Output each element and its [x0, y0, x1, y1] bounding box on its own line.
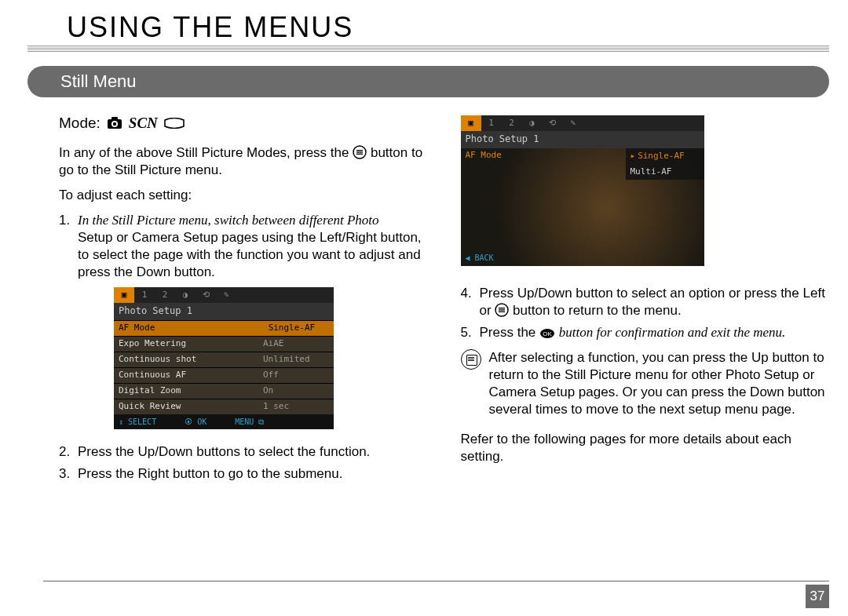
- lcd2-submenu: ▸Single-AFMulti-AF: [626, 148, 704, 180]
- lcd1-tab-camera-icon: ▣: [114, 287, 134, 303]
- mode-label: Mode:: [59, 114, 101, 133]
- lcd2-title: Photo Setup 1: [461, 131, 704, 148]
- footer-rule: [43, 581, 829, 581]
- ok-button-icon: OK: [539, 328, 555, 339]
- lcd1-row: AF Mode▸Single-AF: [114, 320, 334, 336]
- lcd1-row: Expo MeteringAiAE: [114, 336, 334, 352]
- lcd2-body: AF Mode ▸Single-AFMulti-AF ◀ BACK: [461, 148, 704, 266]
- svg-rect-6: [356, 151, 363, 152]
- adjust-intro: To adjust each setting:: [59, 187, 428, 204]
- content-columns: Mode: SCN In any of the above Still Pict…: [59, 114, 829, 569]
- step-3-num: 3.: [59, 465, 78, 483]
- subheader-wrap: Still Menu: [27, 66, 829, 97]
- lcd-screenshot-1: ▣ 1 2 ◑ ⟲ ✎ Photo Setup 1 AF Mode▸Single…: [114, 287, 334, 429]
- step-1-num: 1.: [59, 212, 78, 281]
- lcd1-foot-menu: MENU ⧉: [235, 417, 264, 427]
- step-1: 1. In the Still Picture menu, switch bet…: [59, 212, 428, 281]
- left-column: Mode: SCN In any of the above Still Pict…: [59, 114, 428, 569]
- lcd1-footer: ↕ SELECT ⦿ OK MENU ⧉: [114, 414, 334, 429]
- lcd1-rows: AF Mode▸Single-AFExpo MeteringAiAEContin…: [114, 320, 334, 414]
- lcd2-tabs: ▣ 1 2 ◑ ⟲ ✎: [461, 115, 704, 131]
- mode-scn-label: SCN: [129, 114, 158, 133]
- lcd1-foot-select: ↕ SELECT: [119, 417, 156, 427]
- step-5-text-a: Press the: [480, 325, 536, 340]
- camera-icon: [107, 117, 122, 129]
- svg-rect-1: [111, 117, 118, 120]
- step-2-text: Press the Up/Down buttons to select the …: [78, 443, 370, 461]
- step-5-num: 5.: [461, 324, 480, 341]
- step-3: 3. Press the Right button to go to the s…: [59, 465, 428, 483]
- lcd2-option: Multi-AF: [626, 164, 704, 180]
- lcd1-tab-set1-icon: ◑: [175, 287, 196, 303]
- panorama-icon: [164, 118, 185, 129]
- note-block: After selecting a function, you can pres…: [461, 349, 830, 418]
- refer-text: Refer to the following pages for more de…: [461, 431, 830, 465]
- lcd1-row: Continuous shotUnlimited: [114, 352, 334, 367]
- step-5-body: Press the OK button for confirmation and…: [480, 324, 786, 341]
- step-2-num: 2.: [59, 443, 78, 461]
- lcd2-tab-2: 2: [502, 115, 522, 131]
- right-column: ▣ 1 2 ◑ ⟲ ✎ Photo Setup 1 AF Mode ▸Singl…: [461, 114, 830, 569]
- lcd2-selected-key: AF Mode: [466, 150, 502, 161]
- lcd1-tab-2: 2: [155, 287, 175, 303]
- lcd2-tab-set2-icon: ⟲: [543, 115, 563, 131]
- menu-button-icon: [495, 303, 509, 317]
- lcd2-option: ▸Single-AF: [626, 148, 704, 164]
- lcd1-row: Continuous AFOff: [114, 367, 334, 383]
- menu-button-icon: [353, 145, 367, 159]
- step-3-text: Press the Right button to go to the subm…: [78, 465, 342, 483]
- page-number: 37: [806, 585, 829, 608]
- svg-rect-10: [499, 309, 505, 310]
- step-1-body: In the Still Picture menu, switch betwee…: [78, 212, 428, 281]
- step-4: 4. Press Up/Down button to select an opt…: [461, 285, 830, 319]
- intro-paragraph: In any of the above Still Picture Modes,…: [59, 144, 428, 179]
- svg-rect-9: [499, 308, 505, 308]
- svg-text:OK: OK: [543, 330, 552, 337]
- lcd1-tabs: ▣ 1 2 ◑ ⟲ ✎: [114, 287, 334, 303]
- lcd-screenshot-2: ▣ 1 2 ◑ ⟲ ✎ Photo Setup 1 AF Mode ▸Singl…: [461, 115, 704, 266]
- page-title: USING THE MENUS: [27, 8, 369, 47]
- lcd2-back: ◀ BACK: [466, 253, 494, 263]
- section-subheader: Still Menu: [27, 66, 829, 97]
- step-4-body: Press Up/Down button to select an option…: [480, 285, 830, 319]
- mode-line: Mode: SCN: [59, 114, 428, 133]
- lcd1-title: Photo Setup 1: [114, 303, 334, 320]
- svg-rect-7: [356, 153, 363, 154]
- svg-rect-11: [499, 311, 505, 312]
- lcd1-row: Quick Review1 sec: [114, 399, 334, 414]
- intro-text-a: In any of the above Still Picture Modes,…: [59, 145, 349, 160]
- step-5: 5. Press the OK button for confirmation …: [461, 324, 830, 341]
- step-1-italic: In the Still Picture menu, switch betwee…: [78, 213, 379, 228]
- lcd2-tab-set1-icon: ◑: [522, 115, 543, 131]
- lcd1-foot-ok: ⦿ OK: [185, 417, 207, 427]
- step-2: 2. Press the Up/Down buttons to select t…: [59, 443, 428, 461]
- svg-rect-5: [356, 150, 363, 151]
- lcd1-tab-set3-icon: ✎: [216, 287, 236, 303]
- lcd1-row: Digital ZoomOn: [114, 383, 334, 399]
- lcd1-tab-set2-icon: ⟲: [196, 287, 216, 303]
- step-1-rest: Setup or Camera Setup pages using the Le…: [78, 230, 422, 279]
- step-4-text-b: button to return to the menu.: [513, 303, 682, 318]
- note-icon: [461, 349, 481, 370]
- lcd2-tab-camera-icon: ▣: [461, 115, 481, 131]
- step-4-num: 4.: [461, 285, 480, 319]
- svg-point-3: [113, 122, 116, 126]
- step-5-italic: button for confirmation and exit the men…: [559, 325, 786, 340]
- lcd1-tab-1: 1: [134, 287, 155, 303]
- lcd2-tab-set3-icon: ✎: [563, 115, 583, 131]
- lcd2-tab-1: 1: [481, 115, 502, 131]
- note-text: After selecting a function, you can pres…: [489, 349, 830, 418]
